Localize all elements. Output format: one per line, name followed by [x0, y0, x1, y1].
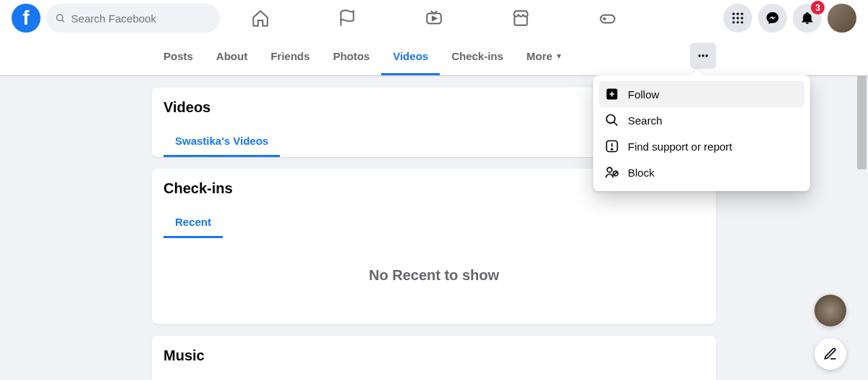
search-icon	[55, 12, 65, 24]
home-icon	[251, 9, 270, 28]
svg-point-17	[607, 115, 616, 124]
music-section: Music Songs	[152, 336, 716, 380]
bell-icon	[800, 11, 814, 25]
svg-point-21	[611, 148, 613, 150]
svg-point-15	[705, 54, 707, 56]
svg-point-10	[733, 21, 735, 23]
dropdown-follow[interactable]: Follow	[599, 81, 804, 107]
svg-point-7	[733, 17, 735, 19]
svg-point-4	[733, 13, 735, 15]
profile-more-actions-button[interactable]	[690, 43, 716, 69]
dropdown-search[interactable]: Search	[599, 107, 804, 133]
menu-button[interactable]	[723, 4, 752, 33]
svg-point-14	[702, 54, 704, 56]
svg-point-13	[698, 54, 700, 56]
svg-point-12	[741, 21, 743, 23]
tab-more-label: More	[527, 50, 553, 62]
tab-checkins[interactable]: Check-ins	[440, 36, 515, 75]
gaming-tab[interactable]	[593, 4, 622, 33]
svg-point-11	[736, 21, 739, 23]
compose-icon	[823, 347, 838, 361]
ellipsis-icon	[696, 48, 710, 63]
dropdown-block-label: Block	[628, 166, 655, 179]
dropdown-report[interactable]: Find support or report	[599, 133, 804, 159]
profile-tab-bar: Posts About Friends Photos Videos Check-…	[0, 36, 868, 76]
tab-videos[interactable]: Videos	[381, 36, 440, 75]
home-tab[interactable]	[246, 4, 275, 33]
tab-about[interactable]: About	[205, 36, 259, 75]
floating-actions	[814, 295, 846, 370]
svg-point-6	[741, 13, 743, 15]
videos-subtab[interactable]: Swastika's Videos	[163, 127, 280, 157]
flag-icon	[338, 9, 357, 28]
facebook-logo[interactable]: f	[12, 4, 41, 33]
svg-point-8	[736, 17, 739, 19]
chat-avatar-button[interactable]	[814, 295, 846, 326]
music-title: Music	[163, 347, 705, 364]
music-subtab[interactable]: Songs	[163, 376, 220, 380]
checkins-empty-message: No Recent to show	[163, 238, 705, 324]
watch-icon	[425, 9, 443, 28]
profile-actions-dropdown: Follow Search Find support or report Blo…	[593, 75, 810, 191]
grid-icon	[731, 11, 745, 25]
chevron-down-icon: ▼	[556, 52, 563, 60]
dropdown-report-label: Find support or report	[628, 140, 732, 153]
account-avatar[interactable]	[827, 4, 856, 33]
watch-tab[interactable]	[420, 4, 448, 33]
marketplace-tab[interactable]	[506, 4, 535, 33]
svg-line-1	[62, 20, 64, 22]
svg-point-22	[607, 167, 612, 172]
follow-icon	[605, 87, 619, 101]
right-controls: 3	[723, 4, 856, 33]
pages-tab[interactable]	[333, 4, 362, 33]
top-navbar: f 3	[0, 0, 868, 36]
svg-line-24	[614, 172, 618, 175]
tab-photos[interactable]: Photos	[321, 36, 381, 75]
search-input[interactable]	[71, 12, 211, 25]
search-container[interactable]	[46, 4, 220, 33]
search-icon	[605, 113, 619, 127]
marketplace-icon	[511, 9, 530, 28]
tab-friends[interactable]: Friends	[259, 36, 321, 75]
new-message-button[interactable]	[814, 338, 846, 370]
block-icon	[605, 165, 619, 180]
messenger-icon	[765, 11, 780, 25]
report-icon	[605, 139, 619, 153]
tab-more[interactable]: More ▼	[515, 36, 574, 75]
messenger-button[interactable]	[758, 4, 787, 33]
svg-rect-3	[600, 15, 615, 23]
dropdown-block[interactable]: Block	[599, 159, 804, 185]
svg-point-5	[736, 13, 739, 15]
checkins-subtab[interactable]: Recent	[163, 208, 223, 238]
dropdown-follow-label: Follow	[628, 88, 659, 101]
svg-point-0	[56, 14, 62, 20]
tab-posts[interactable]: Posts	[152, 36, 205, 75]
notifications-button[interactable]: 3	[793, 4, 822, 33]
notification-badge: 3	[811, 1, 825, 14]
gaming-icon	[598, 9, 617, 28]
svg-point-9	[741, 17, 743, 19]
scrollbar-thumb[interactable]	[857, 75, 867, 169]
checkins-section: Check-ins Recent No Recent to show	[152, 169, 716, 324]
svg-line-18	[614, 122, 618, 126]
dropdown-search-label: Search	[628, 114, 663, 127]
